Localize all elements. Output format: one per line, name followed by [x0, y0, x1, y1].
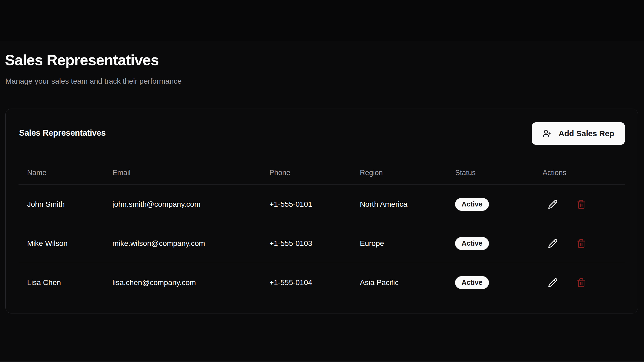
edit-button[interactable] — [547, 277, 558, 288]
column-header-phone: Phone — [261, 169, 351, 177]
cell-region: Asia Pacific — [351, 278, 447, 287]
delete-button[interactable] — [576, 238, 587, 249]
delete-button[interactable] — [576, 199, 587, 210]
main-content: Sales Representatives Manage your sales … — [0, 41, 644, 361]
column-header-status: Status — [447, 169, 534, 177]
page-title: Sales Representatives — [5, 52, 159, 68]
edit-button[interactable] — [547, 199, 558, 210]
table-header-row: Name Email Phone Region Status Actions — [19, 161, 625, 185]
column-header-actions: Actions — [534, 169, 625, 177]
status-badge: Active — [455, 198, 489, 211]
cell-status: Active — [447, 198, 534, 211]
cell-phone: +1-555-0104 — [261, 278, 351, 287]
card-title: Sales Representatives — [19, 128, 106, 138]
sales-reps-card: Sales Representatives Add Sales Rep Name… — [5, 109, 638, 313]
status-badge: Active — [455, 237, 489, 250]
cell-name: Lisa Chen — [19, 278, 104, 287]
column-header-region: Region — [351, 169, 447, 177]
add-sales-rep-button[interactable]: Add Sales Rep — [532, 122, 625, 145]
add-sales-rep-label: Add Sales Rep — [559, 129, 614, 138]
table-row: John Smith john.smith@company.com +1-555… — [19, 185, 625, 224]
trash-icon — [576, 278, 586, 287]
cell-email: john.smith@company.com — [104, 200, 261, 209]
pencil-icon — [548, 200, 558, 209]
cell-region: Europe — [351, 239, 447, 248]
cell-name: Mike Wilson — [19, 239, 104, 248]
pencil-icon — [548, 278, 558, 287]
cell-actions — [534, 277, 625, 288]
column-header-email: Email — [104, 169, 261, 177]
bottom-edge — [0, 361, 644, 362]
trash-icon — [576, 200, 586, 209]
cell-phone: +1-555-0103 — [261, 239, 351, 248]
cell-email: lisa.chen@company.com — [104, 278, 261, 287]
cell-phone: +1-555-0101 — [261, 200, 351, 209]
table-row: Mike Wilson mike.wilson@company.com +1-5… — [19, 224, 625, 263]
cell-actions — [534, 238, 625, 249]
delete-button[interactable] — [576, 277, 587, 288]
cell-actions — [534, 199, 625, 210]
user-plus-icon — [543, 129, 552, 138]
pencil-icon — [548, 239, 558, 248]
trash-icon — [576, 239, 586, 248]
column-header-name: Name — [19, 169, 104, 177]
top-band — [0, 0, 644, 41]
table-row: Lisa Chen lisa.chen@company.com +1-555-0… — [19, 263, 625, 302]
cell-region: North America — [351, 200, 447, 209]
cell-email: mike.wilson@company.com — [104, 239, 261, 248]
sales-reps-table: Name Email Phone Region Status Actions J… — [19, 161, 625, 302]
edit-button[interactable] — [547, 238, 558, 249]
screen: Sales Representatives Manage your sales … — [0, 0, 644, 362]
cell-name: John Smith — [19, 200, 104, 209]
page-subtitle: Manage your sales team and track their p… — [5, 76, 182, 86]
cell-status: Active — [447, 276, 534, 289]
status-badge: Active — [455, 276, 489, 289]
cell-status: Active — [447, 237, 534, 250]
